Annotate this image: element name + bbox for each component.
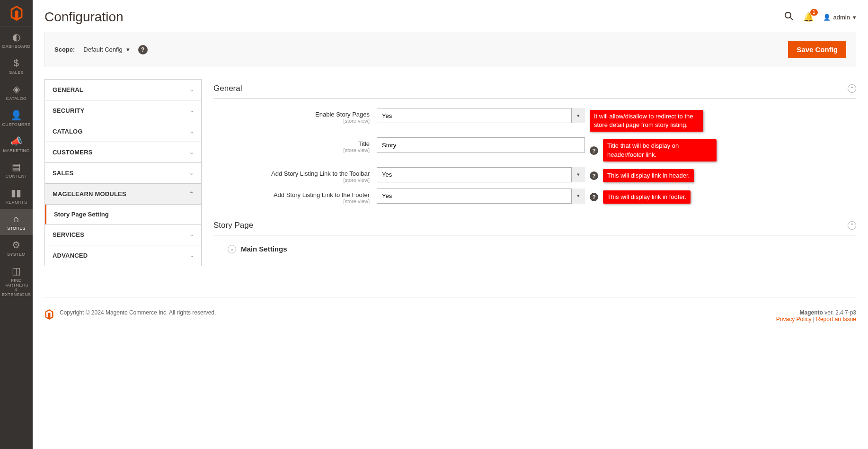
page-footer: Copyright © 2024 Magento Commerce Inc. A… — [44, 297, 856, 323]
bars-icon: ▮▮ — [11, 188, 22, 198]
megaphone-icon: 📣 — [10, 136, 22, 146]
sidebar-item-catalog[interactable]: ◈CATALOG — [0, 79, 33, 105]
sidebar-item-content[interactable]: ▤CONTENT — [0, 157, 33, 183]
topbar: Configuration 🔔1 👤 admin ▾ — [33, 0, 868, 32]
config-tab-catalog[interactable]: CATALOG⌵ — [45, 121, 201, 142]
config-tab-services[interactable]: SERVICES⌵ — [45, 224, 201, 245]
chevron-down-icon: ▾ — [853, 14, 856, 21]
cube-icon: ◈ — [13, 84, 20, 94]
config-subtab-story-page-setting[interactable]: Story Page Setting — [45, 205, 201, 224]
copyright-text: Copyright © 2024 Magento Commerce Inc. A… — [60, 309, 216, 316]
report-issue-link[interactable]: Report an Issue — [816, 316, 856, 323]
sidebar-item-system[interactable]: ⚙SYSTEM — [0, 235, 33, 261]
svg-point-0 — [785, 12, 791, 18]
dashboard-icon: ◐ — [12, 32, 20, 42]
sidebar-item-marketing[interactable]: 📣MARKETING — [0, 131, 33, 157]
config-tab-magelearn-modules[interactable]: MAGELEARN MODULES⌃ — [45, 184, 201, 205]
chevron-down-icon: ⌵ — [190, 87, 194, 93]
scope-bar: Scope: Default Config ▾ ? Save Config — [44, 32, 856, 67]
user-icon: 👤 — [823, 14, 831, 21]
toolbar-help-icon[interactable]: ? — [590, 171, 598, 180]
field-footer-link: Add Story Listing Link to the Footer [st… — [213, 189, 856, 204]
footer-link-select[interactable]: Yes — [377, 189, 585, 204]
admin-sidebar: ◐DASHBOARD $SALES ◈CATALOG 👤CUSTOMERS 📣M… — [0, 0, 33, 334]
page-title: Configuration — [44, 9, 784, 25]
magento-logo-footer — [44, 309, 54, 321]
privacy-policy-link[interactable]: Privacy Policy — [776, 316, 812, 323]
store-icon: ⌂ — [13, 214, 19, 224]
search-icon[interactable] — [784, 11, 794, 23]
dollar-icon: $ — [14, 58, 19, 68]
notification-badge: 1 — [810, 9, 818, 16]
section-story-page-header[interactable]: Story Page ⌃ — [213, 216, 856, 235]
notifications-icon[interactable]: 🔔1 — [803, 12, 814, 22]
config-tab-sales[interactable]: SALES⌵ — [45, 163, 201, 184]
title-help-icon[interactable]: ? — [590, 146, 598, 155]
config-tab-advanced[interactable]: ADVANCED⌵ — [45, 245, 201, 266]
toolbar-link-select[interactable]: Yes — [377, 167, 585, 182]
scope-help-icon[interactable]: ? — [138, 45, 148, 54]
config-tab-customers[interactable]: CUSTOMERS⌵ — [45, 142, 201, 163]
config-tabs: GENERAL⌵ SECURITY⌵ CATALOG⌵ CUSTOMERS⌵ S… — [44, 79, 202, 266]
sidebar-item-sales[interactable]: $SALES — [0, 53, 33, 79]
field-title: Title [store view] ? Title that will be … — [213, 137, 856, 161]
config-tab-security[interactable]: SECURITY⌵ — [45, 100, 201, 121]
callout-enable: It will allow/disallow to redirect to th… — [590, 110, 703, 132]
chevron-up-icon: ⌃ — [189, 191, 194, 197]
callout-toolbar: This will display link in header. — [603, 169, 694, 182]
layers-icon: ▤ — [12, 162, 21, 172]
sidebar-item-stores[interactable]: ⌂STORES — [0, 209, 33, 235]
save-config-button[interactable]: Save Config — [788, 41, 846, 58]
field-toolbar-link: Add Story Listing Link to the Toolbar [s… — [213, 167, 856, 183]
config-tab-general[interactable]: GENERAL⌵ — [45, 80, 201, 100]
collapse-icon: ⌃ — [848, 221, 856, 230]
scope-label: Scope: — [54, 46, 75, 53]
svg-line-1 — [790, 18, 793, 20]
subsection-main-settings[interactable]: ⌄ Main Settings — [213, 245, 856, 253]
footer-help-icon[interactable]: ? — [590, 193, 598, 201]
sidebar-item-customers[interactable]: 👤CUSTOMERS — [0, 105, 33, 131]
sidebar-item-find-partners[interactable]: ◫FIND PARTNERS & EXTENSIONS — [0, 261, 33, 301]
scope-selector[interactable]: Default Config ▾ — [83, 46, 129, 53]
chevron-down-icon: ⌵ — [190, 149, 194, 155]
chevron-down-icon: ⌵ — [190, 170, 194, 176]
config-form-area: General ⌃ Enable Story Pages [store view… — [213, 79, 856, 253]
chevron-down-icon: ⌵ — [190, 252, 194, 259]
title-input[interactable] — [377, 137, 585, 153]
sidebar-item-reports[interactable]: ▮▮REPORTS — [0, 183, 33, 209]
gear-icon: ⚙ — [12, 240, 20, 250]
chevron-down-icon: ⌵ — [190, 232, 194, 238]
callout-footer: This will display link in footer. — [603, 190, 691, 204]
field-enable-story-pages: Enable Story Pages [store view] Yes It w… — [213, 108, 856, 132]
sidebar-item-dashboard[interactable]: ◐DASHBOARD — [0, 27, 33, 53]
chevron-down-icon: ▾ — [126, 46, 130, 53]
magento-logo[interactable] — [0, 0, 33, 27]
callout-title: Title that will be display on header/foo… — [603, 139, 717, 161]
chevron-down-icon: ⌵ — [190, 108, 194, 114]
section-general-header[interactable]: General ⌃ — [213, 79, 856, 99]
admin-account-dropdown[interactable]: 👤 admin ▾ — [823, 14, 856, 21]
expand-icon: ⌄ — [228, 245, 236, 253]
handshake-icon: ◫ — [12, 266, 21, 276]
person-icon: 👤 — [10, 110, 22, 120]
collapse-icon: ⌃ — [848, 84, 856, 93]
enable-story-pages-select[interactable]: Yes — [377, 108, 585, 123]
chevron-down-icon: ⌵ — [190, 128, 194, 135]
